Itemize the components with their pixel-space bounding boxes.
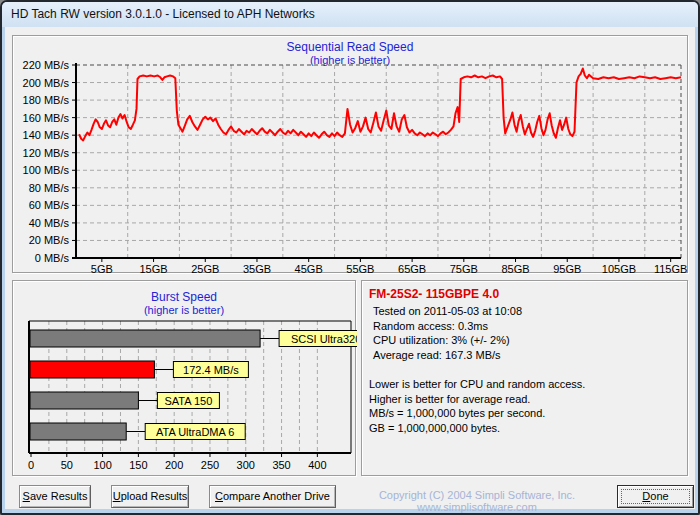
svg-text:75GB: 75GB bbox=[450, 263, 478, 274]
svg-text:20 MB/s: 20 MB/s bbox=[29, 234, 70, 246]
svg-text:0: 0 bbox=[28, 459, 34, 471]
notes: Lower is better for CPU and random acces… bbox=[369, 377, 680, 435]
svg-text:150: 150 bbox=[129, 459, 147, 471]
svg-text:172.4 MB/s: 172.4 MB/s bbox=[183, 364, 239, 376]
svg-text:160 MB/s: 160 MB/s bbox=[23, 112, 70, 124]
burst-chart-subtitle: (higher is better) bbox=[13, 304, 355, 316]
svg-text:200 MB/s: 200 MB/s bbox=[23, 77, 70, 89]
svg-text:55GB: 55GB bbox=[346, 263, 374, 274]
svg-text:ATA UltraDMA 6: ATA UltraDMA 6 bbox=[156, 426, 234, 438]
sequential-chart-subtitle: (higher is better) bbox=[13, 54, 687, 66]
compare-another-drive-button[interactable]: Compare Another Drive bbox=[209, 485, 336, 508]
svg-text:5GB: 5GB bbox=[91, 263, 113, 274]
svg-text:300: 300 bbox=[237, 459, 255, 471]
svg-text:180 MB/s: 180 MB/s bbox=[23, 94, 70, 106]
svg-text:120 MB/s: 120 MB/s bbox=[23, 147, 70, 159]
svg-text:80 MB/s: 80 MB/s bbox=[29, 182, 70, 194]
svg-text:65GB: 65GB bbox=[398, 263, 426, 274]
svg-text:350: 350 bbox=[272, 459, 290, 471]
drive-info-panel: FM-25S2- 115GBPE 4.0 Tested on 2011-05-0… bbox=[361, 280, 688, 476]
svg-text:60 MB/s: 60 MB/s bbox=[29, 199, 70, 211]
save-results-button[interactable]: Save Results bbox=[19, 485, 91, 508]
svg-text:25GB: 25GB bbox=[191, 263, 219, 274]
burst-chart-title: Burst Speed bbox=[13, 290, 355, 304]
svg-text:400: 400 bbox=[308, 459, 326, 471]
test-results: Tested on 2011-05-03 at 10:08Random acce… bbox=[369, 304, 680, 362]
svg-text:0 MB/s: 0 MB/s bbox=[35, 252, 70, 264]
burst-speed-panel: SCSI Ultra320172.4 MB/sSATA 150ATA Ultra… bbox=[12, 280, 356, 476]
svg-text:115GB: 115GB bbox=[654, 263, 687, 274]
svg-text:40 MB/s: 40 MB/s bbox=[29, 217, 70, 229]
svg-text:100: 100 bbox=[93, 459, 111, 471]
app-window: HD Tach RW version 3.0.1.0 - Licensed to… bbox=[0, 0, 700, 515]
copyright-text: Copyright (C) 2004 Simpli Software, Inc.… bbox=[343, 489, 611, 513]
svg-text:SCSI Ultra320: SCSI Ultra320 bbox=[291, 333, 357, 345]
svg-text:200: 200 bbox=[165, 459, 183, 471]
svg-text:50: 50 bbox=[61, 459, 73, 471]
svg-text:15GB: 15GB bbox=[139, 263, 167, 274]
done-button[interactable]: Done bbox=[617, 485, 694, 508]
svg-text:35GB: 35GB bbox=[243, 263, 271, 274]
svg-text:85GB: 85GB bbox=[501, 263, 529, 274]
window-title: HD Tach RW version 3.0.1.0 - Licensed to… bbox=[11, 7, 315, 21]
svg-text:140 MB/s: 140 MB/s bbox=[23, 129, 70, 141]
title-bar[interactable]: HD Tach RW version 3.0.1.0 - Licensed to… bbox=[2, 2, 698, 27]
svg-text:250: 250 bbox=[201, 459, 219, 471]
drive-name: FM-25S2- 115GBPE 4.0 bbox=[369, 287, 680, 301]
upload-results-button[interactable]: Upload Results bbox=[111, 485, 189, 508]
svg-text:100 MB/s: 100 MB/s bbox=[23, 164, 70, 176]
svg-text:105GB: 105GB bbox=[602, 263, 636, 274]
sequential-read-panel: 0 MB/s20 MB/s40 MB/s60 MB/s80 MB/s100 MB… bbox=[12, 35, 688, 273]
sequential-chart-title: Sequential Read Speed bbox=[13, 40, 687, 54]
svg-text:95GB: 95GB bbox=[553, 263, 581, 274]
sequential-read-chart: 0 MB/s20 MB/s40 MB/s60 MB/s80 MB/s100 MB… bbox=[13, 36, 689, 274]
client-area: 0 MB/s20 MB/s40 MB/s60 MB/s80 MB/s100 MB… bbox=[5, 27, 695, 509]
svg-text:45GB: 45GB bbox=[295, 263, 323, 274]
svg-text:SATA 150: SATA 150 bbox=[164, 395, 212, 407]
